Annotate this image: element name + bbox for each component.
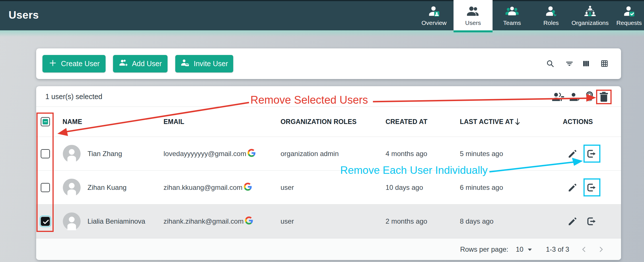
invite-user-label: Invite User [194, 60, 228, 68]
user-email: lovedayyyyyyy@gmail.com [164, 150, 246, 158]
columns-icon[interactable] [582, 59, 590, 68]
user-created-at: 2 months ago [386, 217, 427, 225]
user-name: Tian Zhang [87, 150, 122, 158]
column-header-last-active-at[interactable]: LAST ACTIVE AT [460, 118, 513, 126]
sort-desc-arrow-icon[interactable] [514, 118, 521, 126]
tab-organizations[interactable]: Organizations [571, 0, 610, 30]
search-icon[interactable] [546, 59, 554, 68]
table-row[interactable]: Tian Zhang lovedayyyyyyy@gmail.com organ… [36, 137, 621, 171]
avatar [63, 179, 81, 196]
avatar [63, 145, 81, 163]
tab-label: Users [465, 19, 481, 26]
tab-label: Requests [616, 19, 642, 26]
column-header-actions: ACTIONS [563, 118, 593, 126]
add-user-label: Add User [132, 60, 162, 68]
pagination-range: 1-3 of 3 [546, 245, 569, 253]
person-gear-icon[interactable] [569, 91, 581, 103]
row-checkbox-checked[interactable] [41, 217, 50, 226]
rows-per-page-label: Rows per page: [460, 245, 508, 253]
user-email: zihan.kkuang@gmail.com [164, 184, 242, 192]
overview-person-badge-icon [427, 5, 441, 18]
table-header-row: NAME EMAIL ORGANIZATION ROLES CREATED AT… [36, 107, 621, 137]
users-table-card: 1 user(s) selected NAME EMAIL ORGANIZATI… [36, 86, 621, 260]
remove-user-exit-icon[interactable] [586, 216, 597, 227]
table-footer: Rows per page: 10 1-3 of 3 [36, 238, 621, 260]
remove-user-exit-icon[interactable] [586, 148, 597, 159]
user-last-active-at: 5 minutes ago [460, 150, 503, 158]
user-org-roles: organization admin [281, 150, 339, 158]
user-name: Lialia Beniaminova [87, 217, 145, 225]
next-page-chevron-icon[interactable] [597, 245, 605, 253]
tab-requests[interactable]: Requests [610, 0, 644, 30]
user-created-at: 4 months ago [386, 150, 427, 158]
roles-person-key-icon [544, 5, 558, 18]
tab-overview[interactable]: Overview [415, 0, 454, 30]
create-user-button[interactable]: Create User [42, 55, 106, 72]
google-icon [245, 216, 253, 226]
grid-icon[interactable] [600, 59, 609, 68]
app-header: Users Overview Users Teams Roles [0, 0, 644, 30]
selection-bar: 1 user(s) selected [36, 86, 621, 107]
tab-label: Organizations [571, 19, 609, 26]
user-last-active-at: 8 days ago [460, 217, 493, 225]
tab-users[interactable]: Users [454, 0, 493, 30]
row-checkbox[interactable] [41, 183, 50, 192]
user-name: Zihan Kuang [87, 184, 127, 192]
requests-person-check-icon [622, 5, 636, 18]
column-header-created-at[interactable]: CREATED AT [386, 118, 427, 126]
column-header-name[interactable]: NAME [63, 118, 82, 126]
page-title: Users [9, 9, 39, 21]
rows-per-page-dropdown-caret-icon[interactable] [528, 249, 532, 251]
award-icon[interactable] [585, 90, 594, 103]
tab-teams[interactable]: Teams [493, 0, 532, 30]
filter-icon[interactable] [565, 59, 574, 68]
toolbar-card: Create User Add User Invite User [36, 48, 621, 79]
tab-label: Roles [543, 19, 559, 26]
users-people-icon [466, 5, 480, 18]
selection-count: 1 user(s) selected [45, 92, 102, 101]
user-email-cell: zihan.kkuang@gmail.com [164, 183, 252, 192]
nav-tabs: Overview Users Teams Roles Organizations [415, 0, 644, 30]
header-glow-strip [0, 30, 644, 39]
tab-label: Overview [421, 19, 447, 26]
create-user-label: Create User [61, 60, 100, 68]
trash-icon[interactable] [599, 91, 609, 103]
teams-group-icon [505, 5, 519, 18]
tab-roles[interactable]: Roles [532, 0, 571, 30]
user-created-at: 10 days ago [386, 184, 423, 192]
remove-user-exit-icon[interactable] [586, 182, 597, 193]
add-user-icon [119, 58, 128, 69]
column-header-email[interactable]: EMAIL [164, 118, 184, 126]
google-icon [244, 183, 252, 192]
table-row-selected[interactable]: Lialia Beniaminova zihank.zihank@gmail.c… [36, 204, 621, 238]
user-org-roles: user [281, 217, 294, 225]
table-row[interactable]: Zihan Kuang zihan.kkuang@gmail.com user … [36, 171, 621, 204]
invite-user-icon [180, 58, 190, 69]
user-email: zihank.zihank@gmail.com [164, 217, 244, 225]
edit-pencil-icon[interactable] [567, 149, 578, 159]
edit-pencil-icon[interactable] [567, 216, 578, 226]
row-checkbox[interactable] [41, 149, 50, 158]
edit-pencil-icon[interactable] [567, 182, 578, 193]
avatar [63, 212, 81, 230]
plus-icon [48, 59, 57, 69]
select-all-checkbox[interactable] [41, 117, 50, 126]
tab-label: Teams [503, 19, 521, 26]
column-header-organization-roles[interactable]: ORGANIZATION ROLES [281, 118, 357, 126]
person-minus-icon[interactable] [551, 91, 565, 103]
user-email-cell: zihank.zihank@gmail.com [164, 216, 253, 226]
user-last-active-at: 6 minutes ago [460, 184, 503, 192]
invite-user-button[interactable]: Invite User [175, 55, 233, 72]
user-org-roles: user [281, 184, 294, 192]
add-user-button[interactable]: Add User [113, 55, 168, 72]
rows-per-page-value[interactable]: 10 [516, 245, 524, 253]
user-email-cell: lovedayyyyyyy@gmail.com [164, 149, 256, 159]
google-icon [248, 149, 256, 159]
checkbox-indeterminate-mark [43, 119, 48, 125]
previous-page-chevron-icon[interactable] [580, 245, 588, 253]
organizations-hierarchy-icon [583, 5, 597, 18]
